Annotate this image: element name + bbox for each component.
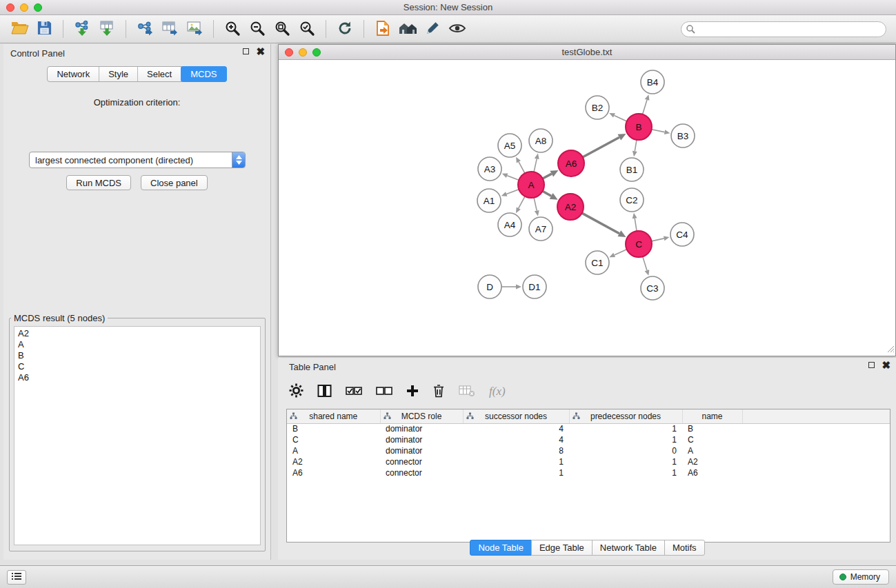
cell-predecessor-nodes[interactable]: 1	[569, 434, 682, 445]
graph-node-D1[interactable]: D1	[523, 275, 546, 298]
cell-name[interactable]: B	[682, 423, 742, 434]
import-network-button[interactable]	[70, 18, 94, 40]
minimize-window-button[interactable]	[20, 3, 28, 12]
resize-grip[interactable]	[886, 345, 895, 355]
tab-select[interactable]: Select	[138, 67, 181, 81]
graph-node-B1[interactable]: B1	[620, 158, 644, 181]
cell-name[interactable]: A	[682, 445, 742, 456]
column-header-name[interactable]: name	[682, 409, 742, 423]
graph-node-C3[interactable]: C3	[641, 276, 664, 300]
cell-successor-nodes[interactable]: 4	[463, 423, 569, 434]
graph-edge-A-A4[interactable]	[519, 196, 525, 208]
show-panels-button[interactable]	[395, 18, 420, 40]
cell-shared-name[interactable]: A2	[287, 456, 380, 467]
graph-edge-A-A2[interactable]	[543, 191, 552, 196]
cell-mcds-role[interactable]: dominator	[380, 445, 463, 456]
cell-predecessor-nodes[interactable]: 1	[569, 423, 682, 434]
import-table-button[interactable]	[94, 18, 119, 40]
export-image-button[interactable]	[182, 18, 207, 40]
tab-style[interactable]: Style	[99, 67, 138, 81]
close-panel-button[interactable]: Close panel	[141, 175, 208, 190]
graph-node-C1[interactable]: C1	[586, 251, 609, 274]
memory-button[interactable]: Memory	[833, 569, 889, 585]
graph-node-B2[interactable]: B2	[586, 96, 609, 119]
graph-node-A8[interactable]: A8	[529, 129, 552, 152]
zoom-in-button[interactable]	[220, 18, 245, 40]
mcds-result-list[interactable]: A2 A B C A6	[14, 326, 261, 545]
graph-edge-C-C3[interactable]	[643, 256, 647, 270]
graph-edge-A-A1[interactable]	[506, 190, 519, 194]
export-table-button[interactable]	[157, 18, 182, 40]
cell-predecessor-nodes[interactable]: 0	[569, 445, 682, 456]
graph-edge-A-A7[interactable]	[534, 198, 537, 211]
export-network-button[interactable]	[132, 18, 157, 40]
cell-mcds-role[interactable]: dominator	[380, 423, 463, 434]
optimization-criterion-dropdown[interactable]: largest connected component (directed)	[29, 152, 246, 168]
tab-network-table[interactable]: Network Table	[592, 540, 665, 556]
graph-node-C4[interactable]: C4	[670, 223, 694, 246]
graph-edge-C-C2[interactable]	[635, 219, 637, 232]
graph-edge-A6-B[interactable]	[583, 137, 619, 157]
graph-edge-B-B2[interactable]	[614, 115, 626, 121]
table-row[interactable]: A dominator 8 0 A	[287, 445, 890, 456]
graph-node-A5[interactable]: A5	[498, 134, 521, 157]
cell-mcds-role[interactable]: dominator	[380, 434, 463, 445]
cell-shared-name[interactable]: C	[287, 434, 380, 445]
table-settings-button[interactable]	[289, 383, 303, 400]
delete-column-button[interactable]	[432, 384, 445, 400]
zoom-out-button[interactable]	[245, 18, 270, 40]
create-column-button[interactable]	[406, 385, 419, 399]
network-close-button[interactable]	[285, 48, 293, 57]
cell-successor-nodes[interactable]: 1	[463, 456, 569, 467]
cell-shared-name[interactable]: A6	[287, 467, 380, 478]
first-neighbors-button[interactable]	[370, 18, 395, 40]
graph-edge-A-A6[interactable]	[543, 174, 552, 179]
tab-edge-table[interactable]: Edge Table	[531, 540, 593, 556]
tab-node-table[interactable]: Node Table	[470, 540, 532, 556]
graph-node-C[interactable]: C	[626, 231, 652, 257]
search-input[interactable]	[681, 21, 886, 37]
column-header-mcds-role[interactable]: MCDS role	[380, 409, 463, 423]
graph-node-D[interactable]: D	[478, 275, 501, 298]
cell-predecessor-nodes[interactable]: 1	[569, 456, 682, 467]
delete-table-button[interactable]	[459, 385, 475, 399]
tab-motifs[interactable]: Motifs	[664, 540, 705, 556]
graph-node-C2[interactable]: C2	[620, 188, 644, 212]
graph-edge-B-B1[interactable]	[635, 140, 637, 152]
network-zoom-button[interactable]	[312, 48, 321, 57]
cell-mcds-role[interactable]: connector	[380, 456, 463, 467]
cell-successor-nodes[interactable]: 1	[463, 467, 569, 478]
column-header-predecessor-nodes[interactable]: predecessor nodes	[569, 409, 682, 423]
show-graphics-button[interactable]	[445, 18, 470, 40]
tab-network[interactable]: Network	[48, 67, 99, 81]
graph-edge-C-C1[interactable]	[615, 250, 627, 255]
zoom-fit-button[interactable]	[270, 18, 295, 40]
graph-edge-A2-C[interactable]	[582, 213, 619, 234]
function-builder-button[interactable]: f(x)	[489, 385, 506, 398]
cell-name[interactable]: C	[682, 434, 742, 445]
select-all-columns-button[interactable]	[346, 385, 362, 398]
column-header-successor-nodes[interactable]: successor nodes	[463, 409, 569, 423]
run-mcds-button[interactable]: Run MCDS	[66, 175, 131, 190]
cell-predecessor-nodes[interactable]: 1	[569, 467, 682, 478]
graph-node-A3[interactable]: A3	[478, 157, 501, 181]
network-canvas[interactable]: B4B2BB3A5A8A6B1A3AC2A1A2A4A7C4CC1C3DD1	[279, 60, 895, 356]
save-session-button[interactable]	[32, 18, 57, 40]
network-minimize-button[interactable]	[299, 48, 307, 57]
graph-node-A1[interactable]: A1	[477, 189, 501, 212]
graph-node-B3[interactable]: B3	[671, 124, 695, 148]
cell-shared-name[interactable]: A	[287, 445, 380, 456]
apply-style-button[interactable]	[420, 18, 445, 40]
graph-edge-A-A5[interactable]	[519, 162, 525, 174]
network-graph[interactable]: B4B2BB3A5A8A6B1A3AC2A1A2A4A7C4CC1C3DD1	[279, 60, 895, 356]
graph-edge-A-A8[interactable]	[534, 159, 537, 172]
graph-edge-B-B4[interactable]	[643, 100, 647, 114]
task-history-button[interactable]	[7, 570, 26, 585]
unselect-all-columns-button[interactable]	[376, 385, 392, 398]
graph-edge-C-C4[interactable]	[652, 239, 664, 241]
float-panel-icon[interactable]	[868, 362, 875, 368]
graph-edge-A-A3[interactable]	[507, 176, 519, 181]
cell-successor-nodes[interactable]: 8	[463, 445, 569, 456]
cell-mcds-role[interactable]: connector	[380, 467, 463, 478]
cell-shared-name[interactable]: B	[287, 423, 380, 434]
